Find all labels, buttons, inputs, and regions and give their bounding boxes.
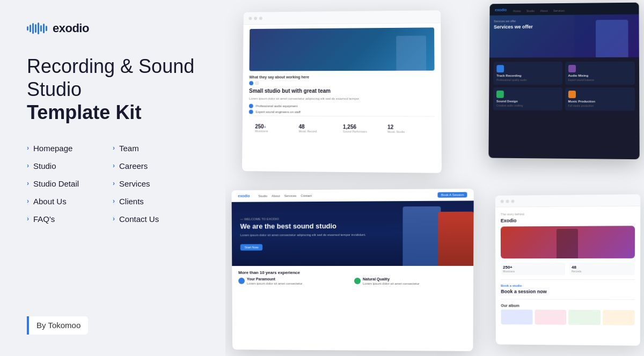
feature-natural-quality: Natural Quality Lorem ipsum dolor sit am… [354, 277, 467, 285]
chevron-right-icon: › [113, 197, 115, 205]
feature-title: Your Paramount [247, 277, 303, 281]
mock-dark-hero: Services we offer Services we offer [489, 14, 639, 58]
mockup-bottom-left: exodio Studio About Services Contact Boo… [232, 189, 474, 351]
chevron-right-icon: › [27, 144, 29, 152]
chevron-right-icon: › [27, 180, 29, 187]
mock-nav-logo: exodio [238, 194, 250, 198]
stats-row: 250+ Musicians 48 Music Record 1,256 Sou… [255, 120, 428, 136]
nav-item-clients[interactable]: › Clients [113, 197, 199, 206]
stat-box: 250+ Musicians [501, 263, 565, 275]
welcome-label: — WELCOME TO EXODIO [240, 217, 366, 220]
nav-col-left: › Homepage › Studio › Studio Detail › Ab… [27, 144, 113, 297]
card-title: Small studio but with great team [249, 87, 435, 94]
services-overlay: Services we offer Services we offer [494, 19, 533, 29]
book-button: Book A Session [438, 192, 467, 197]
by-badge: By Tokomoo [27, 316, 199, 335]
mockup-top-right: exodio Home Studio About Services Servic… [488, 3, 639, 160]
nav-columns: › Homepage › Studio › Studio Detail › Ab… [27, 144, 199, 297]
experience-section: More than 10 years experience Your Param… [232, 266, 473, 290]
album-item [535, 309, 566, 324]
mockup-hero-image [250, 27, 435, 71]
browser-chrome [495, 194, 640, 207]
book-label: Book a studio [501, 284, 635, 287]
story-title: Exodio [501, 217, 635, 224]
browser-chrome [244, 10, 441, 25]
brand-logo-icon [27, 23, 47, 34]
album-item [568, 310, 601, 325]
service-card: Track Recording Professional quality aud… [493, 62, 562, 85]
chevron-right-icon: › [113, 180, 115, 187]
hero-cta-button: Start Now [240, 244, 263, 251]
services-title: Services we offer [494, 24, 533, 29]
album-item [501, 309, 532, 324]
nav-item-studio[interactable]: › Studio [27, 161, 113, 170]
right-panel: What they say about working here Small s… [225, 0, 644, 356]
browser-dot [511, 199, 514, 203]
nav-item-about-us[interactable]: › About Us [27, 197, 113, 206]
service-icon [568, 65, 576, 72]
divider [501, 299, 634, 300]
br-mockup-content: The story behind Exodio 250+ Musicians 4… [495, 206, 640, 331]
logo-area: exodio [27, 21, 199, 35]
list-item: Expert sound engineers on staff [249, 110, 435, 115]
feature-dot-icon [238, 278, 245, 284]
service-icon [496, 65, 504, 72]
left-panel: exodio Recording & Sound Studio Template… [0, 0, 225, 356]
service-icon [496, 91, 504, 98]
section-title: What they say about working here [249, 75, 434, 79]
hero-subtext: Lorem ipsum dolor sit amet consectetur a… [240, 233, 366, 237]
service-card: Sound Design Creative audio crafting [493, 87, 562, 110]
nav-col-right: › Team › Careers › Services › Clients › … [113, 144, 199, 297]
book-title: Book a session now [501, 289, 634, 295]
divider [501, 279, 635, 280]
chevron-right-icon: › [27, 215, 29, 222]
mock-nav: Home Studio About Services [513, 4, 568, 14]
hero-headline: We are the best sound studio [240, 221, 366, 230]
hero-content: — WELCOME TO EXODIO We are the best soun… [240, 217, 366, 250]
browser-dot [248, 17, 252, 20]
list-item: Professional audio equipment [249, 104, 435, 109]
nav-item-careers[interactable]: › Careers [113, 161, 199, 170]
nav-item-homepage[interactable]: › Homepage [27, 144, 113, 153]
service-card: Audio Mixing Expert sound balance [565, 62, 635, 85]
mock-hero-section: — WELCOME TO EXODIO We are the best soun… [232, 201, 474, 266]
nav-item-contact[interactable]: › Contact Us [113, 214, 199, 224]
browser-dot [506, 199, 509, 203]
services-label: Services we offer [494, 19, 533, 23]
chevron-right-icon: › [113, 144, 115, 152]
mock-navbar: exodio Studio About Services Contact Boo… [232, 189, 474, 202]
check-icon [249, 104, 253, 108]
service-icon [568, 91, 575, 98]
nav-item-services[interactable]: › Services [113, 179, 199, 188]
stats-row: 250+ Musicians 48 Records [501, 263, 635, 275]
nav-item-faqs[interactable]: › FAQ's [27, 214, 113, 224]
browser-dot [501, 199, 504, 203]
by-badge-inner: By Tokomoo [27, 316, 88, 335]
nav-item-studio-detail[interactable]: › Studio Detail [27, 179, 113, 188]
chevron-right-icon: › [27, 162, 29, 169]
book-section: Book a studio Book a session now [501, 284, 635, 295]
stats-section: 250+ Musicians 48 Music Record 1,256 Sou… [248, 116, 435, 139]
feature-desc: Lorem ipsum dolor sit amet consectetur [247, 282, 303, 285]
album-item [603, 310, 635, 325]
page-title: Recording & Sound Studio Template Kit [27, 55, 199, 124]
mock-logo: exodio [495, 8, 507, 11]
feature-dot-icon [354, 278, 361, 284]
stat-performers: 1,256 Sound Performers [343, 124, 383, 134]
stat-records: 48 Music Record [299, 124, 339, 133]
feature-desc: Lorem ipsum dolor sit amet consectetur [363, 282, 420, 285]
stat-box: 48 Records [569, 263, 635, 275]
mockup-bottom-right: The story behind Exodio 250+ Musicians 4… [495, 194, 640, 345]
album-grid [501, 309, 634, 325]
chevron-right-icon: › [27, 197, 29, 205]
browser-dot [254, 17, 257, 20]
check-icon [249, 110, 253, 114]
album-label: Our album [501, 303, 634, 308]
section-label: The story behind [501, 212, 635, 216]
chevron-right-icon: › [113, 215, 115, 222]
card-desc: Lorem ipsum dolor sit amet consectetur a… [249, 97, 435, 101]
nav-item-team[interactable]: › Team [113, 144, 199, 153]
screenshot-container: What they say about working here Small s… [225, 0, 644, 356]
brand-name: exodio [53, 21, 89, 35]
stat-studios: 12 Music Studio [387, 124, 428, 134]
